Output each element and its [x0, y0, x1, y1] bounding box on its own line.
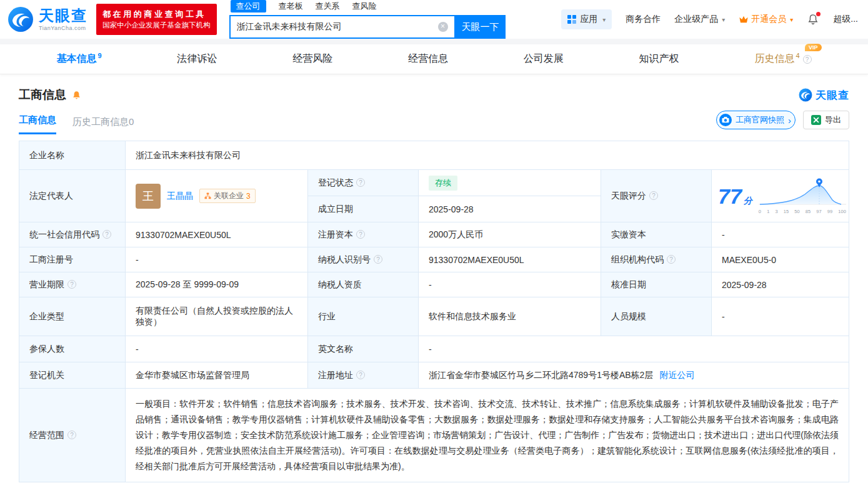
search-button[interactable]: 天眼一下	[456, 15, 506, 39]
header-divider	[0, 39, 868, 44]
tab-label: 法律诉讼	[177, 53, 217, 64]
notification-bell-icon[interactable]	[807, 13, 819, 26]
business-info-table: 企业名称 浙江金讯未来科技有限公司 法定代表人 王 王晶晶	[19, 141, 849, 482]
chevron-down-icon	[602, 16, 606, 23]
staff-size-label: 人员规模	[601, 297, 712, 336]
logo-subtitle: TianYanCha.com	[39, 25, 87, 31]
help-icon[interactable]	[356, 178, 365, 187]
chevron-down-icon	[722, 16, 725, 23]
search-tab-relation[interactable]: 查关系	[316, 1, 340, 12]
tab-intellectual-property[interactable]: 知识产权	[636, 52, 683, 66]
staff-size-value: -	[712, 297, 849, 336]
crown-icon	[739, 15, 749, 24]
related-label: 关联企业	[214, 191, 244, 201]
org-code-value: MAEXE0U5-0	[712, 247, 849, 272]
taxpayer-id-value: 91330702MAEXE0U50L	[419, 247, 601, 272]
menu-business-cooperation[interactable]: 商务合作	[626, 14, 661, 25]
industry-value: 软件和信息技术服务业	[419, 297, 601, 336]
reg-address-label: 注册地址	[308, 362, 419, 389]
help-icon[interactable]	[803, 55, 812, 64]
search-input[interactable]	[231, 22, 438, 32]
approval-date-value: 2025-09-28	[712, 272, 849, 297]
official-snapshot-button[interactable]: 工商官网快照	[716, 111, 796, 129]
table-row: 统一社会信用代码 91330702MAEXE0U50L 注册资本 2000万人民…	[19, 222, 849, 247]
status-badge: 存续	[429, 176, 457, 191]
menu-open-vip[interactable]: 开通会员	[739, 14, 793, 25]
open-vip-label: 开通会员	[751, 14, 786, 25]
help-icon[interactable]	[67, 280, 76, 289]
business-term-label: 营业期限	[19, 272, 126, 297]
menu-enterprise-products[interactable]: 企业级产品	[674, 14, 725, 25]
apps-menu[interactable]: 应用	[561, 9, 612, 29]
company-type-label: 企业类型	[19, 297, 126, 336]
notification-dot	[816, 12, 821, 16]
tab-label: 经营风险	[292, 53, 332, 64]
search-box	[229, 15, 456, 39]
export-label: 导出	[825, 114, 841, 126]
section-header: 工商信息 天眼查	[0, 74, 868, 103]
tab-operating-risk[interactable]: 经营风险	[289, 52, 336, 66]
english-name-label: 英文名称	[308, 336, 419, 362]
nav-tabs: 基本信息9 法律诉讼 经营风险 经营信息 公司发展 知识产权 VIP 历史信息4	[0, 44, 868, 74]
table-row: 工商注册号 - 纳税人识别号 91330702MAEXE0U50L 组织机构代码…	[19, 247, 849, 272]
business-scope-label: 经营范围	[19, 389, 126, 482]
tianyancha-watermark: 天眼查	[799, 88, 849, 102]
establish-date-label: 成立日期	[308, 196, 419, 222]
company-name-label: 企业名称	[19, 141, 126, 170]
approval-date-label: 核准日期	[601, 272, 712, 297]
tianyancha-logo[interactable]: 天眼查 TianYanCha.com	[7, 6, 87, 32]
top-header: 天眼查 TianYanCha.com 都 在 用 的 商 业 查 询 工 具 国…	[0, 0, 868, 39]
legal-rep-label: 法定代表人	[19, 170, 126, 222]
score-axis: 0131550859799100	[759, 209, 846, 214]
credit-code-value: 91330702MAEXE0U50L	[126, 222, 308, 247]
help-icon[interactable]	[356, 371, 365, 379]
reg-number-value: -	[126, 247, 308, 272]
apps-label: 应用	[580, 14, 597, 25]
subtab-history-business-info[interactable]: 历史工商信息0	[72, 116, 134, 134]
tab-legal-proceedings[interactable]: 法律诉讼	[173, 52, 221, 66]
taxpayer-quality-value: -	[419, 272, 601, 297]
tab-label: 基本信息	[56, 54, 96, 64]
tab-basic-info[interactable]: 基本信息9	[52, 52, 105, 66]
help-icon[interactable]	[102, 230, 111, 239]
camera-icon	[719, 114, 732, 126]
tab-operating-info[interactable]: 经营信息	[404, 52, 452, 66]
slogan-banner: 都 在 用 的 商 业 查 询 工 具 国家中小企业发展子基金旗下机构	[96, 4, 217, 36]
reg-number-label: 工商注册号	[19, 247, 126, 272]
tab-label: 公司发展	[524, 53, 564, 64]
subtab-business-info[interactable]: 工商信息	[19, 114, 56, 134]
help-icon[interactable]	[374, 255, 382, 264]
help-icon[interactable]	[67, 431, 76, 439]
tianyancha-logo-icon	[7, 6, 34, 32]
score-value: 77分 0131550859	[712, 170, 849, 222]
avatar[interactable]: 王	[136, 184, 161, 209]
tab-label: 知识产权	[639, 53, 679, 64]
org-code-label: 组织机构代码	[601, 247, 712, 272]
help-icon[interactable]	[356, 230, 365, 239]
reg-address-value: 浙江省金华市婺城区竹马乡二环北路4789号1号楼AB栋2层附近公司	[419, 362, 849, 389]
legal-rep-link[interactable]: 王晶晶	[167, 191, 193, 202]
nearby-companies-link[interactable]: 附近公司	[659, 370, 694, 380]
score-number[interactable]: 77分	[718, 186, 752, 207]
help-icon[interactable]	[667, 255, 676, 264]
subscribe-bell-icon[interactable]	[71, 90, 82, 101]
business-scope-value: 一般项目：软件开发；软件销售；信息技术咨询服务；技术服务、技术开发、技术咨询、技…	[126, 389, 849, 482]
watermark-text: 天眼查	[816, 88, 849, 102]
apps-grid-icon	[567, 15, 576, 24]
insured-count-value: -	[126, 336, 308, 362]
tab-history-info[interactable]: VIP 历史信息4	[751, 52, 815, 66]
related-count: 3	[246, 192, 251, 201]
help-icon[interactable]	[649, 191, 658, 200]
clear-icon[interactable]	[438, 22, 448, 32]
user-name: 超级...	[833, 14, 858, 25]
table-row: 营业期限 2025-09-28 至 9999-09-09 纳税人资质 - 核准日…	[19, 272, 849, 297]
search-tab-risk[interactable]: 查风险	[352, 1, 377, 12]
user-menu[interactable]: 超级...	[833, 14, 858, 25]
search-tab-company[interactable]: 查公司	[231, 0, 266, 12]
export-button[interactable]: 导出	[803, 111, 849, 129]
related-companies-badge[interactable]: 关联企业 3	[199, 189, 256, 203]
company-name-value: 浙江金讯未来科技有限公司	[126, 141, 849, 170]
search-tab-boss[interactable]: 查老板	[279, 1, 303, 12]
score-label: 天眼评分	[601, 170, 712, 222]
tab-company-development[interactable]: 公司发展	[520, 52, 567, 66]
